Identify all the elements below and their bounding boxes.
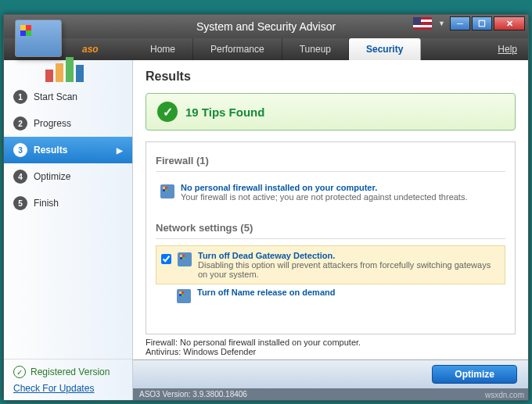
step-results[interactable]: 3 Results ▶ [4, 137, 132, 163]
close-button[interactable]: ✕ [494, 16, 525, 30]
content-area: Results ✓ 19 Tips Found Firewall (1) No … [133, 60, 528, 400]
titlebar: System and Security Advisor ▼ ─ ☐ ✕ [4, 15, 528, 38]
minimize-button[interactable]: ─ [450, 16, 470, 30]
tip-title: Turn off Dead Gateway Detection. [198, 251, 500, 260]
step-finish[interactable]: 5 Finish [4, 190, 132, 216]
optimize-button[interactable]: Optimize [432, 365, 517, 384]
step-optimize[interactable]: 4 Optimize [4, 163, 132, 190]
window-controls: ▼ ─ ☐ ✕ [413, 16, 525, 30]
network-icon [177, 289, 191, 303]
status-firewall: Firewall: No personal firewall installed… [146, 338, 516, 347]
check-updates-link[interactable]: Check For Updates [13, 383, 123, 394]
step-start-scan[interactable]: 1 Start Scan [4, 84, 132, 110]
language-dropdown-icon[interactable]: ▼ [438, 20, 445, 27]
tip-row[interactable]: No personal firewall installed on your c… [156, 178, 505, 206]
registered-status: Registered Version [13, 366, 123, 378]
results-scroll-area[interactable]: Firewall (1) No personal firewall instal… [146, 141, 516, 334]
watermark: wsxdn.com [485, 391, 524, 399]
tips-found-text: 19 Tips Found [185, 105, 264, 119]
footer-bar: Optimize [133, 359, 528, 388]
step-label: Results [34, 145, 67, 156]
network-icon [178, 252, 192, 266]
menu-tuneup[interactable]: Tuneup [282, 38, 349, 60]
step-label: Start Scan [34, 91, 77, 102]
step-label: Optimize [34, 171, 70, 182]
app-logo [15, 20, 77, 74]
menu-home[interactable]: Home [133, 38, 193, 60]
tip-title: Turn off Name release on demand [197, 288, 335, 297]
status-summary: Firewall: No personal firewall installed… [133, 334, 528, 359]
step-label: Progress [34, 118, 71, 129]
section-network-title: Network settings (5) [156, 217, 505, 239]
tip-desc: Disabling this option will prevent attac… [198, 260, 500, 279]
menu-performance[interactable]: Performance [193, 38, 282, 60]
maximize-button[interactable]: ☐ [472, 16, 492, 30]
section-firewall-title: Firewall (1) [156, 150, 505, 172]
results-header: Results [133, 60, 528, 93]
language-flag-icon[interactable] [413, 17, 432, 30]
shield-icon [160, 184, 174, 198]
app-window: System and Security Advisor ▼ ─ ☐ ✕ aso … [3, 14, 529, 401]
version-bar: ASO3 Version: 3.9.3800.18406 [133, 388, 528, 400]
sidebar: 1 Start Scan 2 Progress 3 Results ▶ 4 Op… [4, 60, 133, 400]
tip-title: No personal firewall installed on your c… [181, 183, 467, 192]
check-icon: ✓ [157, 102, 178, 122]
menu-security[interactable]: Security [349, 38, 421, 60]
tip-desc: Your firewall is not active; you are not… [181, 192, 467, 202]
tips-found-banner: ✓ 19 Tips Found [146, 93, 516, 130]
tip-row[interactable]: Turn off Dead Gateway Detection. Disabli… [156, 245, 505, 284]
status-antivirus: Antivirus: Windows Defender [146, 347, 516, 356]
tip-checkbox[interactable] [161, 254, 171, 264]
menu-help[interactable]: Help [487, 38, 528, 60]
step-label: Finish [34, 198, 59, 209]
tip-row[interactable]: Turn off Name release on demand [156, 284, 505, 308]
chevron-right-icon: ▶ [117, 146, 123, 155]
step-progress[interactable]: 2 Progress [4, 110, 132, 137]
